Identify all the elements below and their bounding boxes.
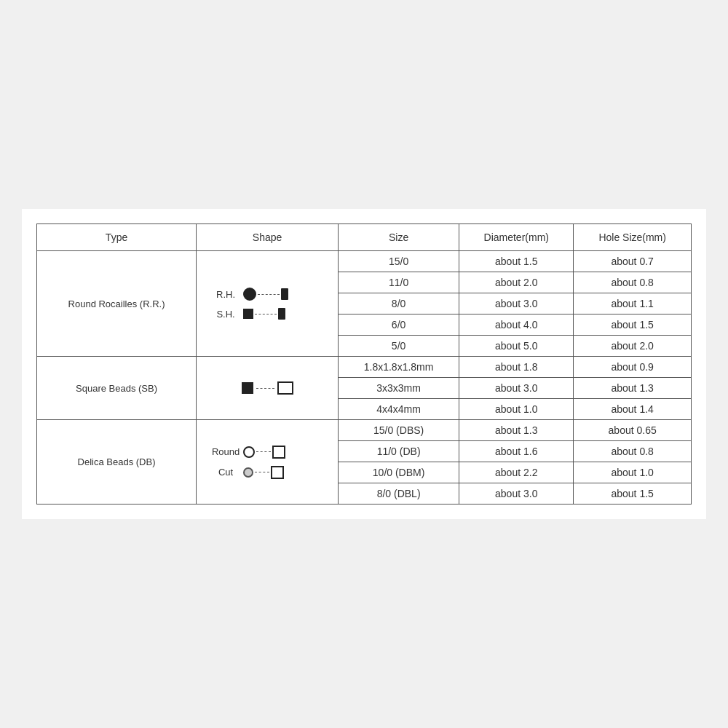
- hole-size-cell: about 1.5: [574, 314, 692, 336]
- size-cell: 5/0: [339, 336, 459, 357]
- diameter-cell: about 2.2: [459, 462, 574, 483]
- col-header-type: Type: [37, 224, 197, 251]
- hole-size-cell: about 0.65: [574, 420, 692, 441]
- page-wrapper: Type Shape Size Diameter(mm) Hole Size(m…: [22, 209, 706, 519]
- type-cell: Delica Beads (DB): [37, 420, 197, 505]
- diameter-cell: about 1.3: [459, 420, 574, 441]
- shape-cell: Round Cut: [197, 420, 339, 505]
- hole-size-cell: about 0.8: [574, 272, 692, 293]
- size-cell: 10/0 (DBM): [339, 462, 459, 483]
- col-header-shape: Shape: [197, 224, 339, 251]
- diameter-cell: about 1.0: [459, 399, 574, 420]
- size-cell: 15/0: [339, 251, 459, 272]
- hole-size-cell: about 2.0: [574, 336, 692, 357]
- hole-size-cell: about 0.7: [574, 251, 692, 272]
- hole-size-cell: about 1.1: [574, 293, 692, 314]
- diameter-cell: about 1.5: [459, 251, 574, 272]
- hole-size-cell: about 0.9: [574, 357, 692, 378]
- shape-cell: R.H. S.H.: [197, 251, 339, 357]
- col-header-diameter: Diameter(mm): [459, 224, 574, 251]
- hole-size-cell: about 1.5: [574, 483, 692, 505]
- size-cell: 15/0 (DBS): [339, 420, 459, 441]
- diameter-cell: about 1.6: [459, 441, 574, 462]
- size-cell: 4x4x4mm: [339, 399, 459, 420]
- diameter-cell: about 2.0: [459, 272, 574, 293]
- size-cell: 11/0: [339, 272, 459, 293]
- hole-size-cell: about 1.4: [574, 399, 692, 420]
- size-cell: 11/0 (DB): [339, 441, 459, 462]
- bead-reference-table: Type Shape Size Diameter(mm) Hole Size(m…: [36, 223, 692, 505]
- col-header-size: Size: [339, 224, 459, 251]
- hole-size-cell: about 0.8: [574, 441, 692, 462]
- type-cell: Round Rocailles (R.R.): [37, 251, 197, 357]
- hole-size-cell: about 1.0: [574, 462, 692, 483]
- diameter-cell: about 3.0: [459, 378, 574, 399]
- size-cell: 8/0: [339, 293, 459, 314]
- diameter-cell: about 4.0: [459, 314, 574, 336]
- type-cell: Square Beads (SB): [37, 357, 197, 420]
- shape-cell: [197, 357, 339, 420]
- diameter-cell: about 5.0: [459, 336, 574, 357]
- hole-size-cell: about 1.3: [574, 378, 692, 399]
- diameter-cell: about 1.8: [459, 357, 574, 378]
- size-cell: 6/0: [339, 314, 459, 336]
- diameter-cell: about 3.0: [459, 293, 574, 314]
- size-cell: 3x3x3mm: [339, 378, 459, 399]
- size-cell: 8/0 (DBL): [339, 483, 459, 505]
- diameter-cell: about 3.0: [459, 483, 574, 505]
- size-cell: 1.8x1.8x1.8mm: [339, 357, 459, 378]
- col-header-hole: Hole Size(mm): [574, 224, 692, 251]
